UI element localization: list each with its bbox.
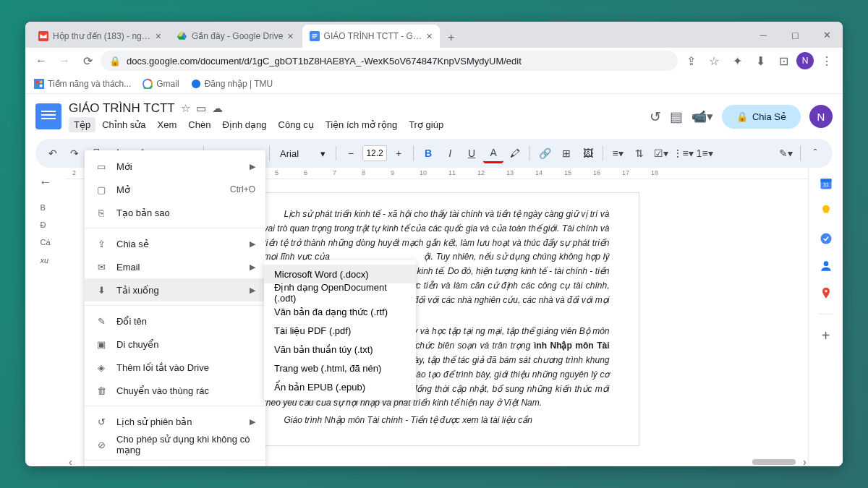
minimize-button[interactable]: ─ (747, 22, 779, 48)
menu-edit[interactable]: Chỉnh sửa (97, 117, 150, 132)
close-button[interactable]: ✕ (811, 22, 843, 48)
download-html[interactable]: Trang web (.html, đã nén) (264, 359, 416, 377)
move-icon[interactable]: ▭ (196, 102, 206, 115)
tab-drive[interactable]: Gần đây - Google Drive × (170, 25, 301, 48)
svg-point-15 (820, 234, 831, 244)
history-icon: ↺ (95, 416, 108, 427)
download-txt[interactable]: Văn bản thuần túy (.txt) (264, 340, 416, 359)
calendar-icon[interactable]: 31 (819, 176, 833, 191)
menu-icon[interactable]: ⋮ (817, 51, 837, 71)
tab-gmail[interactable]: Hộp thư đến (183) - nguyenhoai × (31, 25, 169, 48)
svg-rect-4 (312, 38, 315, 38)
menu-help[interactable]: Trợ giúp (404, 117, 448, 132)
star-icon[interactable]: ☆ (181, 102, 190, 115)
menu-extensions[interactable]: Tiện ích mở rộng (320, 117, 402, 132)
menu-file[interactable]: Tệp (69, 117, 95, 132)
highlight-button[interactable]: 🖍 (505, 143, 525, 163)
cloud-icon[interactable]: ☁ (212, 102, 223, 115)
menu-shortcut[interactable]: ◈Thêm lối tắt vào Drive (85, 356, 265, 379)
svg-point-17 (825, 290, 827, 292)
menu-open[interactable]: ▢MởCtrl+O (85, 178, 265, 201)
url-input[interactable]: 🔒 docs.google.com/document/d/1gC_gbOT1bZ… (101, 51, 678, 71)
keep-icon[interactable] (819, 204, 833, 218)
size-increase[interactable]: + (388, 143, 409, 163)
menu-copy[interactable]: ⎘Tạo bản sao (85, 201, 265, 224)
back-button[interactable]: ← (31, 51, 51, 71)
doc-title[interactable]: GIÁO TRÌNH TCTT (69, 101, 175, 116)
menu-trash[interactable]: 🗑Chuyển vào thùng rác (85, 379, 265, 402)
line-spacing-button[interactable]: ⇅ (629, 143, 650, 163)
install-icon[interactable]: ⊡ (773, 51, 793, 71)
download-pdf[interactable]: Tài liệu PDF (.pdf) (264, 321, 416, 340)
menu-offline[interactable]: ⊘Cho phép sử dụng khi không có mạng (85, 433, 265, 456)
comment-button[interactable]: ⊞ (556, 143, 576, 163)
text-color-button[interactable]: A (483, 143, 503, 163)
history-icon[interactable]: ↺ (650, 108, 661, 125)
contacts-icon[interactable] (819, 259, 833, 273)
download-icon: ⬇ (95, 285, 108, 296)
menu-insert[interactable]: Chèn (183, 117, 216, 132)
menu-format[interactable]: Định dạng (217, 117, 271, 132)
window-controls: ─ ◻ ✕ (747, 22, 843, 48)
font-size-stepper[interactable]: − 12.2 + (341, 143, 409, 163)
menu-download[interactable]: ⬇Tải xuống▶ (85, 278, 265, 301)
outline-sidebar: ← B Đ Cá xu (25, 168, 65, 466)
bookmark-gmail[interactable]: Gmail (142, 79, 179, 89)
menu-view[interactable]: Xem (153, 117, 182, 132)
editing-mode-button[interactable]: ✎▾ (775, 143, 796, 163)
profile-avatar[interactable]: N (796, 52, 814, 69)
close-icon[interactable]: × (426, 30, 432, 42)
menu-rename[interactable]: ✎Đổi tên (85, 309, 265, 333)
tasks-icon[interactable] (819, 231, 833, 246)
bookmark-icon[interactable]: ☆ (704, 51, 724, 71)
tab-docs-active[interactable]: GIÁO TRÌNH TCTT - Google Tài li × (302, 25, 440, 48)
svg-text:31: 31 (822, 181, 828, 188)
download-odt[interactable]: Định dạng OpenDocument (.odt) (264, 283, 416, 302)
extensions-icon[interactable]: ✦ (727, 51, 747, 71)
add-panel-button[interactable]: + (822, 328, 830, 344)
bookmarks-bar: Tiềm năng và thách... Gmail Đăng nhập | … (25, 74, 843, 94)
download-epub[interactable]: Ấn bản EPUB (.epub) (264, 377, 416, 396)
back-arrow-icon[interactable]: ← (39, 175, 52, 190)
menu-tools[interactable]: Công cụ (273, 117, 319, 132)
size-decrease[interactable]: − (341, 143, 361, 163)
undo-button[interactable]: ↶ (43, 143, 63, 163)
checklist-button[interactable]: ☑▾ (651, 143, 671, 163)
bullet-list-button[interactable]: ⋮≡▾ (673, 143, 693, 163)
docs-logo[interactable] (35, 103, 61, 129)
forward-button[interactable]: → (54, 51, 75, 71)
size-value[interactable]: 12.2 (362, 145, 387, 161)
redo-button[interactable]: ↷ (64, 143, 85, 163)
maps-icon[interactable] (819, 286, 833, 301)
italic-button[interactable]: I (440, 143, 460, 163)
bookmark-item[interactable]: Tiềm năng và thách... (34, 79, 131, 89)
reload-button[interactable]: ⟳ (77, 51, 98, 71)
underline-button[interactable]: U (461, 143, 482, 163)
comments-icon[interactable]: ▤ (670, 108, 683, 125)
align-button[interactable]: ≡▾ (608, 143, 628, 163)
font-select[interactable]: Arial ▾ (274, 145, 331, 162)
menu-move[interactable]: ▣Di chuyển (85, 333, 265, 356)
meet-icon[interactable]: 📹▾ (692, 109, 713, 124)
downloads-icon[interactable]: ⬇ (750, 51, 770, 71)
close-icon[interactable]: × (156, 30, 161, 42)
new-tab-button[interactable]: + (441, 27, 461, 48)
bold-button[interactable]: B (418, 143, 438, 163)
menu-history[interactable]: ↺Lịch sử phiên bản▶ (85, 410, 265, 433)
download-docx[interactable]: Microsoft Word (.docx) (264, 265, 416, 283)
close-icon[interactable]: × (287, 30, 293, 42)
share-page-icon[interactable]: ⇪ (681, 51, 701, 71)
image-button[interactable]: 🖼 (578, 143, 598, 163)
menu-share[interactable]: ⇪Chia sẻ▶ (85, 232, 265, 255)
download-rtf[interactable]: Văn bản đa dạng thức (.rtf) (264, 302, 416, 321)
number-list-button[interactable]: 1≡▾ (694, 143, 715, 163)
link-button[interactable]: 🔗 (535, 143, 555, 163)
share-button[interactable]: 🔒 Chia Sẻ (722, 105, 801, 129)
bookmark-tmu[interactable]: Đăng nhập | TMU (191, 79, 273, 89)
menu-email[interactable]: ✉Email▶ (85, 255, 265, 278)
maximize-button[interactable]: ◻ (779, 22, 811, 48)
collapse-toolbar-button[interactable]: ˆ (805, 143, 825, 163)
menu-details[interactable]: ⓘChi tiết (85, 464, 265, 466)
user-avatar[interactable]: N (809, 105, 833, 128)
menu-new[interactable]: ▭Mới▶ (85, 155, 265, 178)
